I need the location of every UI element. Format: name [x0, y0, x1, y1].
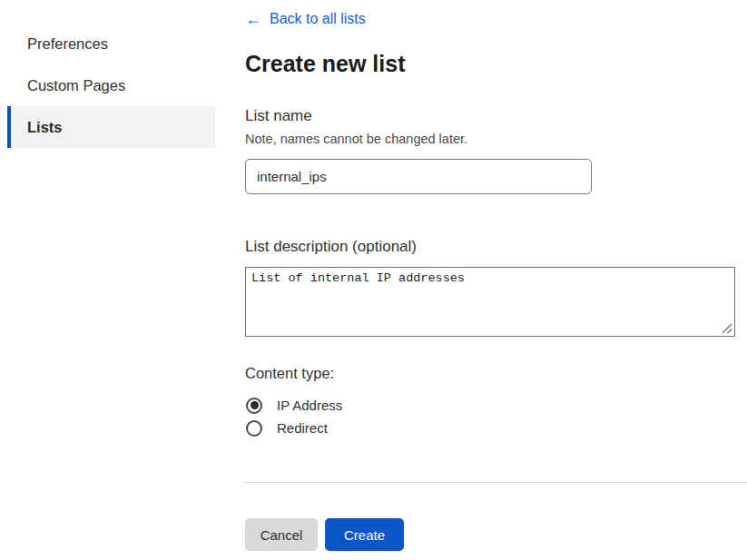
page: Preferences Custom Pages Lists ← Back to…: [0, 0, 747, 560]
sidebar: Preferences Custom Pages Lists: [0, 23, 227, 148]
list-name-note: Note, names cannot be changed later.: [245, 132, 747, 146]
back-arrow-icon: ←: [245, 11, 261, 27]
resize-grip-icon[interactable]: [722, 323, 732, 334]
back-to-all-lists-link[interactable]: ← Back to all lists: [245, 11, 366, 27]
radio-icon[interactable]: [246, 420, 262, 437]
list-description-wrap: List of internal IP addresses: [245, 267, 735, 337]
back-link-label: Back to all lists: [270, 11, 366, 27]
radio-label: IP Address: [277, 398, 342, 413]
list-name-label: List name: [245, 107, 747, 125]
create-button[interactable]: Create: [325, 518, 404, 551]
sidebar-item-label: Lists: [27, 119, 63, 136]
action-buttons: Cancel Create: [245, 518, 747, 551]
divider: [245, 482, 747, 483]
sidebar-item-label: Custom Pages: [27, 77, 125, 94]
content-type-label: Content type:: [245, 365, 747, 382]
main-content: ← Back to all lists Create new list List…: [245, 0, 747, 551]
radio-icon[interactable]: [246, 398, 262, 414]
radio-option-ip-address[interactable]: IP Address: [245, 394, 747, 417]
page-title: Create new list: [245, 51, 747, 77]
sidebar-item-lists[interactable]: Lists: [7, 106, 215, 148]
sidebar-item-label: Preferences: [27, 35, 108, 53]
list-description-textarea[interactable]: List of internal IP addresses: [245, 267, 735, 337]
radio-option-redirect[interactable]: Redirect: [245, 417, 747, 439]
list-description-label: List description (optional): [245, 238, 747, 256]
list-name-input[interactable]: [245, 159, 592, 194]
content-type-radio-group: IP Address Redirect: [245, 394, 747, 439]
radio-label: Redirect: [277, 420, 328, 436]
sidebar-item-preferences[interactable]: Preferences: [7, 23, 215, 64]
cancel-button[interactable]: Cancel: [245, 518, 318, 551]
sidebar-item-custom-pages[interactable]: Custom Pages: [7, 64, 215, 106]
